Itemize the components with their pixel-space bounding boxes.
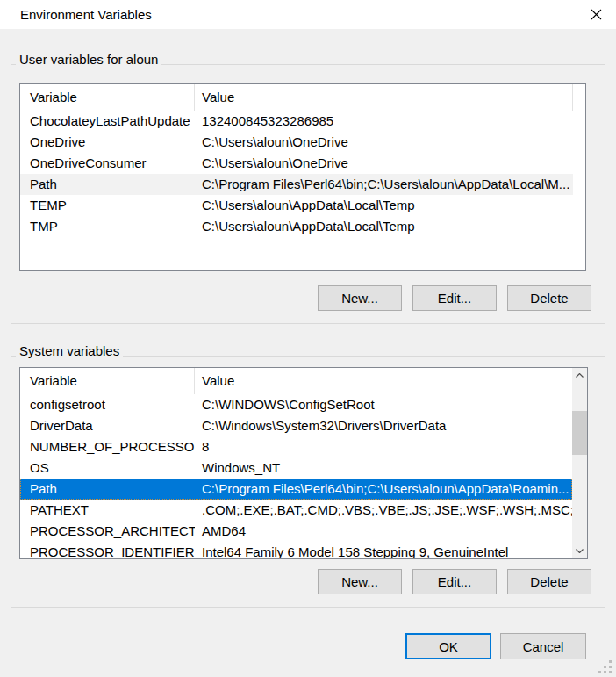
variable-cell: ChocolateyLastPathUpdate [20, 111, 195, 132]
value-cell: C:\Users\aloun\AppData\Local\Temp [195, 195, 573, 216]
variable-cell: PROCESSOR_ARCHITECTU... [20, 521, 195, 542]
variable-cell: PROCESSOR_IDENTIFIER [20, 542, 195, 558]
user-variables-list[interactable]: Variable Value ChocolateyLastPathUpdate1… [19, 83, 586, 271]
column-header-variable[interactable]: Variable [20, 84, 195, 111]
system-variables-list[interactable]: Variable Value configsetrootC:\WINDOWS\C… [19, 367, 588, 559]
vertical-scrollbar[interactable] [572, 368, 587, 558]
close-button[interactable] [577, 0, 616, 29]
chevron-down-icon [576, 549, 584, 553]
user-list-header: Variable Value [20, 84, 585, 111]
user-edit-button[interactable]: Edit... [412, 285, 497, 311]
column-header-value[interactable]: Value [195, 84, 573, 111]
user-variables-rows: ChocolateyLastPathUpdate1324008453232869… [20, 111, 585, 237]
scrollbar-thumb[interactable] [572, 411, 587, 455]
window-title: Environment Variables [20, 0, 152, 29]
table-row[interactable]: ChocolateyLastPathUpdate1324008453232869… [20, 111, 573, 132]
variable-cell: OneDrive [20, 132, 195, 153]
title-bar: Environment Variables [0, 0, 616, 29]
chevron-up-icon [576, 373, 584, 378]
scroll-down-button[interactable] [572, 544, 587, 558]
value-cell: Windows_NT [195, 457, 572, 479]
value-cell: 132400845323286985 [195, 111, 573, 132]
table-row[interactable]: OneDriveC:\Users\aloun\OneDrive [20, 132, 573, 153]
table-row[interactable]: OSWindows_NT [20, 457, 572, 479]
ok-button[interactable]: OK [405, 633, 491, 659]
variable-cell: OS [20, 457, 195, 479]
table-row[interactable]: TEMPC:\Users\aloun\AppData\Local\Temp [20, 195, 573, 216]
value-cell: 8 [195, 436, 572, 457]
table-row[interactable]: PathC:\Program Files\Perl64\bin;C:\Users… [20, 479, 572, 500]
variable-cell: DriverData [20, 415, 195, 436]
table-row[interactable]: PROCESSOR_ARCHITECTU...AMD64 [20, 521, 572, 542]
column-header-variable[interactable]: Variable [20, 368, 195, 394]
user-delete-button[interactable]: Delete [507, 285, 591, 311]
variable-cell: PATHEXT [20, 500, 195, 521]
value-cell: Intel64 Family 6 Model 158 Stepping 9, G… [195, 542, 572, 558]
table-row[interactable]: PathC:\Program Files\Perl64\bin;C:\Users… [20, 174, 573, 195]
system-variables-rows: configsetrootC:\WINDOWS\ConfigSetRootDri… [20, 394, 572, 558]
scroll-up-button[interactable] [572, 368, 587, 383]
close-icon [591, 9, 602, 20]
value-cell: .COM;.EXE;.BAT;.CMD;.VBS;.VBE;.JS;.JSE;.… [195, 500, 572, 521]
value-cell: C:\Users\aloun\OneDrive [195, 153, 573, 174]
table-row[interactable]: configsetrootC:\WINDOWS\ConfigSetRoot [20, 394, 572, 415]
table-row[interactable]: DriverDataC:\Windows\System32\Drivers\Dr… [20, 415, 572, 436]
column-header-value[interactable]: Value [195, 368, 572, 394]
value-cell: C:\Program Files\Perl64\bin;C:\Users\alo… [195, 174, 573, 195]
value-cell: C:\Users\aloun\OneDrive [195, 132, 573, 153]
system-delete-button[interactable]: Delete [507, 569, 591, 594]
system-variables-legend: System variables [16, 342, 123, 359]
table-row[interactable]: OneDriveConsumerC:\Users\aloun\OneDrive [20, 153, 573, 174]
table-row[interactable]: NUMBER_OF_PROCESSORS8 [20, 436, 572, 457]
system-new-button[interactable]: New... [318, 569, 402, 594]
variable-cell: configsetroot [20, 394, 195, 415]
user-new-button[interactable]: New... [318, 285, 402, 311]
variable-cell: NUMBER_OF_PROCESSORS [20, 436, 195, 457]
value-cell: C:\Users\aloun\AppData\Local\Temp [195, 216, 573, 237]
cancel-button[interactable]: Cancel [500, 633, 586, 659]
variable-cell: Path [20, 174, 195, 195]
table-row[interactable]: PROCESSOR_IDENTIFIERIntel64 Family 6 Mod… [20, 542, 572, 558]
resize-grip-icon[interactable] [598, 660, 612, 674]
variable-cell: Path [20, 479, 195, 500]
value-cell: C:\Windows\System32\Drivers\DriverData [195, 415, 572, 436]
system-edit-button[interactable]: Edit... [412, 569, 497, 594]
value-cell: AMD64 [195, 521, 572, 542]
table-row[interactable]: TMPC:\Users\aloun\AppData\Local\Temp [20, 216, 573, 237]
variable-cell: TMP [20, 216, 195, 237]
table-row[interactable]: PATHEXT.COM;.EXE;.BAT;.CMD;.VBS;.VBE;.JS… [20, 500, 572, 521]
value-cell: C:\WINDOWS\ConfigSetRoot [195, 394, 572, 415]
user-variables-legend: User variables for aloun [16, 51, 161, 68]
system-list-header: Variable Value [20, 368, 572, 394]
variable-cell: TEMP [20, 195, 195, 216]
variable-cell: OneDriveConsumer [20, 153, 195, 174]
value-cell: C:\Program Files\Perl64\bin;C:\Users\alo… [195, 479, 572, 500]
